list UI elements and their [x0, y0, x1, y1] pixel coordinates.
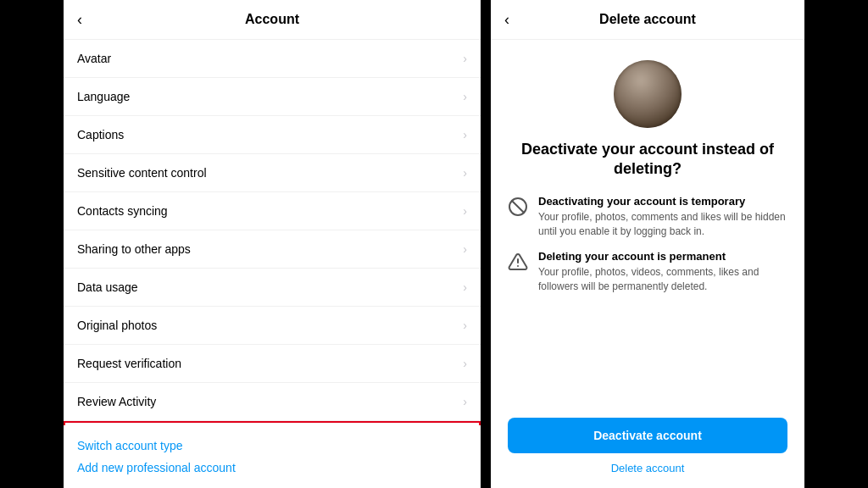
svg-line-1 [512, 201, 524, 213]
deactivate-info-text: Deactivating your account is temporary Y… [538, 195, 787, 239]
user-avatar-section [491, 40, 804, 140]
account-footer-links: Switch account type Add new professional… [64, 425, 481, 488]
menu-item-language[interactable]: Language › [64, 78, 481, 116]
delete-back-icon[interactable]: ‹ [504, 11, 509, 29]
avatar-image [614, 60, 682, 128]
menu-item-original-photos[interactable]: Original photos › [64, 307, 481, 345]
chevron-right-icon: › [463, 90, 467, 103]
account-panel-header: ‹ Account [64, 0, 481, 40]
delete-panel-title: Delete account [599, 12, 696, 27]
info-section: Deactivating your account is temporary Y… [491, 195, 804, 404]
chevron-right-icon: › [463, 128, 467, 141]
add-professional-account-link[interactable]: Add new professional account [77, 461, 467, 474]
deactivate-account-button[interactable]: Deactivate account [508, 418, 787, 453]
chevron-right-icon: › [463, 395, 467, 408]
menu-item-request-verification[interactable]: Request verification › [64, 345, 481, 383]
chevron-right-icon: › [463, 52, 467, 65]
account-menu-list: Avatar › Language › Captions › Sensitive… [64, 40, 481, 425]
deactivate-info-row: Deactivating your account is temporary Y… [508, 195, 787, 239]
action-section: Deactivate account Delete account [491, 404, 804, 488]
slash-circle-icon [508, 197, 528, 217]
warning-triangle-icon [508, 252, 528, 272]
delete-panel-header: ‹ Delete account [491, 0, 804, 40]
chevron-right-icon: › [463, 166, 467, 180]
left-black-bar [0, 0, 64, 488]
delete-account-panel: ‹ Delete account Deactivate your account… [491, 0, 804, 488]
delete-info-text: Deleting your account is permanent Your … [538, 250, 787, 294]
panel-divider [481, 0, 491, 488]
right-black-bar [804, 0, 868, 488]
menu-item-data-usage[interactable]: Data usage › [64, 269, 481, 307]
deactivate-heading: Deactivate your account instead of delet… [491, 140, 804, 195]
chevron-right-icon: › [463, 204, 467, 218]
chevron-right-icon: › [463, 319, 467, 332]
delete-account-link[interactable]: Delete account [508, 462, 787, 478]
menu-item-avatar[interactable]: Avatar › [64, 40, 481, 78]
account-back-icon[interactable]: ‹ [77, 11, 82, 29]
switch-account-type-link[interactable]: Switch account type [77, 439, 467, 452]
avatar [614, 60, 682, 128]
menu-item-review-activity[interactable]: Review Activity › [64, 383, 481, 421]
account-settings-panel: ‹ Account Avatar › Language › Captions ›… [64, 0, 481, 488]
menu-item-sharing[interactable]: Sharing to other apps › [64, 230, 481, 269]
chevron-right-icon: › [463, 280, 467, 294]
chevron-right-icon: › [463, 357, 467, 370]
delete-info-row: Deleting your account is permanent Your … [508, 250, 787, 294]
account-panel-title: Account [245, 12, 299, 27]
menu-item-sensitive-content[interactable]: Sensitive content control › [64, 154, 481, 192]
menu-item-contacts-syncing[interactable]: Contacts syncing › [64, 192, 481, 230]
chevron-right-icon: › [463, 242, 467, 256]
menu-item-captions[interactable]: Captions › [64, 116, 481, 154]
